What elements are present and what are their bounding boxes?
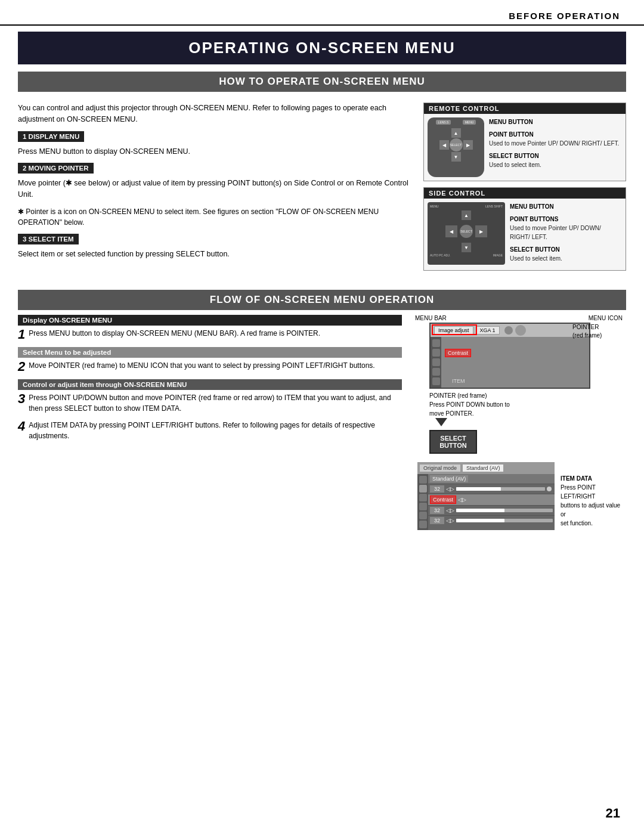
side-select-button-desc: Used to select item. — [510, 254, 622, 263]
remote-lens-btn: LENS.S — [436, 120, 451, 125]
section1-two-col: You can control and adjust this projecto… — [18, 103, 626, 277]
flow-step-control: Control or adjust item through ON-SCREEN… — [18, 379, 402, 414]
intro-text: You can control and adjust this projecto… — [18, 103, 411, 125]
pointer-note: POINTER (red frame)Press POINT DOWN butt… — [429, 391, 626, 418]
side-drawing: MENU LENS SHIFT ▲ ▼ ◀ ▶ SELECT — [428, 202, 505, 265]
row-arrows-32-1: ◁▷ — [446, 486, 454, 492]
flow-step4-body: 4 Adjust ITEM DATA by pressing POINT LEF… — [18, 420, 402, 441]
remote-point-button-label: POINT BUTTON — [489, 130, 622, 139]
side-menu-button-annotation: MENU BUTTON — [510, 202, 622, 211]
row-label-contrast: Contrast — [430, 496, 456, 504]
flow-step4: 4 Adjust ITEM DATA by pressing POINT LEF… — [18, 420, 402, 441]
row-label-32-3: 32 — [430, 517, 444, 524]
side-point-buttons-annotation: POINT BUTTONS Used to move Pointer UP/ D… — [510, 215, 622, 241]
section1-content: You can control and adjust this projecto… — [18, 92, 626, 283]
original-mode-label: Original mode — [420, 465, 460, 472]
pointer-annotation: POINTER (red frame) — [572, 323, 626, 340]
screen1-top-labels: MENU BAR MENU ICON — [411, 315, 626, 321]
flow-step3-body: 3 Press POINT UP/DOWN button and move PO… — [18, 392, 402, 414]
select-button-box: SELECT BUTTON — [429, 430, 477, 454]
step2-label: 2 MOVING POINTER — [18, 163, 94, 174]
flow-step-display: Display ON-SCREEN MENU 1 Press MENU butt… — [18, 315, 402, 341]
section2-title: FLOW OF ON-SCREEN MENU OPERATION — [18, 294, 626, 306]
row-bar-fill-1 — [456, 487, 501, 491]
side-select-label: SELECT — [460, 230, 472, 233]
side-control-panel: SIDE CONTROL MENU LENS SHIFT ▲ ▼ ◀ — [423, 187, 626, 271]
remote-menu-button-label: MENU BUTTON — [489, 117, 622, 126]
remote-select-button-label: SELECT BUTTON — [489, 151, 622, 160]
remote-drawing: LENS.S MENU ▲ ▼ ◀ ▶ SELECT — [428, 117, 484, 177]
row-label-32-2: 32 — [430, 507, 444, 514]
main-title-bar: OPERATING ON-SCREEN MENU — [18, 32, 626, 64]
arrow-down-icon — [435, 418, 447, 426]
side-icon-2 — [432, 349, 440, 357]
menu-icon-label: MENU ICON — [589, 315, 623, 321]
row-bar-2 — [456, 509, 553, 512]
item-data-body: Standard (AV) 32 ◁▷ — [417, 474, 555, 530]
section2-title-bar: FLOW OF ON-SCREEN MENU OPERATION — [18, 290, 626, 310]
side-menu-label: MENU — [430, 205, 439, 208]
diagram-area-1: MENU BAR MENU ICON Image adjust XGA 1 — [411, 315, 626, 418]
screen-mockup-1: Image adjust XGA 1 — [429, 323, 590, 389]
step1-flow-text: Press MENU button to display ON-SCREEN M… — [29, 328, 320, 339]
side-dpad-left: ◀ — [445, 225, 457, 237]
flow-step-select: Select Menu to be adjusted 2 Move POINTE… — [18, 347, 402, 373]
row-label-standard: Standard (AV) — [430, 475, 468, 482]
row-indicator-1 — [547, 487, 552, 491]
side-image-label: IMAGE — [493, 253, 503, 257]
main-title: OPERATING ON-SCREEN MENU — [18, 39, 626, 57]
flow-left-col: Display ON-SCREEN MENU 1 Press MENU butt… — [18, 315, 402, 530]
side-dpad-right: ▶ — [475, 225, 487, 237]
dpad-left: ◀ — [439, 140, 449, 150]
step1-block: 1 DISPLAY MENU Press MENU button to disp… — [18, 131, 411, 157]
item-data-label: ITEM DATA — [561, 475, 592, 482]
step2-flow-text: Move POINTER (red frame) to MENU ICON th… — [29, 360, 374, 371]
remote-menu-btn: MENU — [463, 120, 476, 125]
dpad-right: ▶ — [463, 140, 473, 150]
side-select-button-label: SELECT BUTTON — [510, 245, 622, 254]
flow-right-col: MENU BAR MENU ICON Image adjust XGA 1 — [411, 315, 626, 530]
remote-control-body: LENS.S MENU ▲ ▼ ◀ ▶ SELECT — [424, 114, 626, 181]
remote-control-title: REMOTE CONTROL — [424, 103, 626, 114]
dpad-down: ▼ — [451, 152, 461, 162]
side-bottom-labels: AUTO PC ADJ. IMAGE — [430, 253, 503, 257]
standard-av-label: Standard (AV) — [463, 465, 503, 472]
asterisk-note: ✱ Pointer is a icon on ON-SCREEN MENU to… — [18, 206, 411, 228]
step2-block: 2 MOVING POINTER Move pointer (✱ see bel… — [18, 163, 411, 200]
remote-annotations: MENU BUTTON POINT BUTTON Used to move Po… — [489, 117, 622, 173]
menu-icon-big-circle — [515, 325, 526, 336]
data-side-icon-3 — [419, 494, 427, 501]
data-side-icon-2 — [419, 485, 427, 493]
item-data-screen: Original mode Standard (AV) — [417, 462, 555, 530]
select-menu-header: Select Menu to be adjusted — [18, 347, 402, 358]
row-arrows-32-2: ◁▷ — [446, 507, 454, 513]
side-point-buttons-label: POINT BUTTONS — [510, 215, 622, 224]
side-icon-4 — [432, 368, 440, 376]
menu-icon-circle — [504, 326, 513, 335]
side-icon-3 — [432, 358, 440, 366]
side-dpad-down: ▼ — [462, 243, 471, 252]
step1-label: 1 DISPLAY MENU — [18, 131, 84, 142]
step2-num: 2 — [18, 360, 25, 373]
screen-main-1: Contrast ITEM — [441, 337, 589, 388]
screen-body-1: Contrast ITEM — [431, 337, 589, 388]
item-row-32-3: 32 ◁▷ — [428, 516, 555, 525]
diagram-area-2: Original mode Standard (AV) — [411, 462, 626, 530]
row-label-32-1: 32 — [430, 485, 444, 493]
side-dpad: ▲ ▼ ◀ ▶ SELECT — [445, 210, 487, 252]
row-bar-1 — [456, 487, 545, 491]
screen-side-icons — [431, 337, 441, 388]
row-bar-fill-2 — [456, 509, 504, 512]
control-header: Control or adjust item through ON-SCREEN… — [18, 379, 402, 390]
row-bar-3 — [456, 519, 553, 522]
data-side-icon-6 — [419, 521, 427, 528]
remote-select-button-desc: Used to select item. — [489, 160, 622, 169]
step1-text: Press MENU button to display ON-SCREEN M… — [18, 146, 411, 157]
contrast-box: Contrast — [445, 349, 471, 357]
pointer-red-frame — [432, 324, 477, 335]
section1-title-bar: HOW TO OPERATE ON-SCREEN MENU — [18, 72, 626, 92]
side-icon-1 — [432, 339, 440, 347]
side-lens-shift-label: LENS SHIFT — [485, 205, 503, 208]
step2-text: Move pointer (✱ see below) or adjust val… — [18, 178, 411, 200]
step4-num: 4 — [18, 420, 25, 433]
